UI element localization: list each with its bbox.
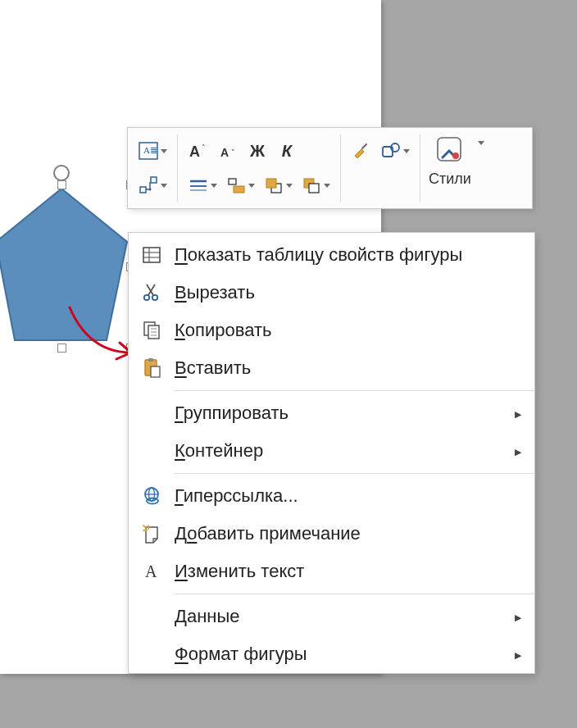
text-block-icon: A≣ (138, 140, 159, 162)
svg-rect-16 (266, 179, 276, 188)
styles-icon (433, 133, 467, 167)
svg-rect-4 (151, 177, 157, 183)
menu-separator (175, 390, 534, 391)
context-menu: Показать таблицу свойств фигурыВырезатьК… (128, 232, 535, 674)
menu-separator (175, 594, 534, 594)
resize-handle[interactable] (57, 180, 66, 189)
context-menu-label: Данные (175, 606, 505, 627)
grow-font-button[interactable]: A ˄ (188, 140, 209, 162)
submenu-arrow-icon (505, 407, 521, 420)
svg-text:A: A (220, 146, 229, 159)
rotation-handle-icon[interactable] (53, 165, 70, 181)
bold-button[interactable]: Ж (247, 140, 268, 162)
svg-text:A: A (189, 143, 200, 160)
svg-rect-18 (309, 184, 319, 193)
resize-handle[interactable] (57, 344, 66, 353)
context-menu-label: Изменить текст (175, 561, 521, 582)
chevron-down-icon (248, 184, 255, 188)
context-menu-item[interactable]: AИзменить текст (129, 553, 534, 590)
cut-icon (129, 282, 175, 303)
chevron-down-icon (324, 184, 330, 188)
chevron-down-icon (161, 149, 167, 153)
change-shape-icon (380, 140, 402, 162)
chevron-down-icon[interactable] (478, 141, 484, 145)
context-menu-item[interactable]: Группировать (129, 394, 534, 432)
svg-rect-3 (140, 187, 146, 193)
line-icon (188, 175, 209, 196)
context-menu-label: Формат фигуры (175, 644, 505, 665)
context-menu-label: Добавить примечание (175, 523, 521, 544)
context-menu-item[interactable]: Данные (129, 598, 534, 635)
context-menu-label: Копировать (175, 320, 521, 341)
svg-rect-13 (229, 179, 236, 184)
svg-point-5 (149, 189, 152, 191)
context-menu-label: Вырезать (175, 282, 521, 303)
chevron-down-icon (211, 184, 217, 188)
context-menu-label: Гиперссылка... (175, 485, 521, 507)
context-menu-item[interactable]: Контейнер (129, 432, 534, 470)
context-menu-item[interactable]: Формат фигуры (129, 635, 534, 673)
format-painter-button[interactable] (351, 140, 372, 162)
context-menu-label: Группировать (175, 403, 505, 424)
italic-button[interactable]: К (276, 140, 298, 162)
properties-table-icon (129, 244, 175, 266)
paste-icon (129, 357, 175, 379)
align-icon (225, 175, 247, 196)
svg-point-27 (144, 295, 149, 300)
shape-styles-button[interactable]: Стили (425, 133, 475, 188)
context-menu-label: Показать таблицу свойств фигуры (175, 244, 521, 266)
svg-rect-23 (143, 248, 160, 262)
connector-tool-button[interactable] (138, 175, 167, 196)
context-menu-item[interactable]: Добавить примечание (129, 515, 534, 553)
svg-text:˄: ˄ (202, 143, 206, 152)
svg-rect-36 (151, 366, 160, 377)
chevron-down-icon (286, 184, 293, 188)
context-menu-item[interactable]: Копировать (129, 312, 534, 349)
svg-point-28 (152, 295, 157, 300)
submenu-arrow-icon (505, 648, 521, 661)
text-icon: A (129, 561, 175, 582)
mini-toolbar: A≣ A ˄ (127, 127, 533, 209)
bring-front-icon (263, 175, 284, 196)
chevron-down-icon (403, 149, 410, 153)
pentagon-shape-icon[interactable] (0, 184, 131, 348)
svg-marker-0 (0, 189, 127, 340)
svg-point-22 (452, 152, 459, 159)
context-menu-item[interactable]: Вставить (129, 349, 534, 387)
context-menu-item[interactable]: Вырезать (129, 274, 534, 312)
context-menu-item[interactable]: Показать таблицу свойств фигуры (129, 236, 534, 274)
submenu-arrow-icon (505, 444, 521, 457)
styles-label: Стили (429, 171, 471, 188)
selected-shape[interactable] (0, 184, 131, 348)
connector-icon (138, 175, 159, 196)
text-block-button[interactable]: A≣ (138, 140, 167, 162)
svg-rect-35 (148, 358, 153, 362)
svg-rect-14 (234, 186, 244, 193)
bring-front-button[interactable] (263, 175, 293, 196)
align-button[interactable] (225, 175, 255, 196)
context-menu-item[interactable]: Гиперссылка... (129, 477, 534, 515)
context-menu-label: Контейнер (175, 440, 505, 462)
copy-icon (129, 320, 175, 341)
svg-text:˅: ˅ (231, 148, 235, 157)
hyperlink-icon (129, 485, 175, 507)
menu-separator (175, 473, 534, 474)
svg-text:A: A (145, 562, 157, 580)
submenu-arrow-icon (505, 610, 521, 623)
shrink-font-button[interactable]: A ˅ (217, 140, 239, 162)
send-back-icon (301, 175, 322, 196)
context-menu-label: Вставить (175, 357, 521, 379)
svg-text:A≣: A≣ (143, 145, 157, 155)
line-style-button[interactable] (188, 175, 217, 196)
change-shape-button[interactable] (380, 140, 410, 162)
note-icon (129, 523, 175, 544)
paintbrush-icon (352, 141, 371, 161)
send-back-button[interactable] (301, 175, 330, 196)
chevron-down-icon (161, 184, 167, 188)
